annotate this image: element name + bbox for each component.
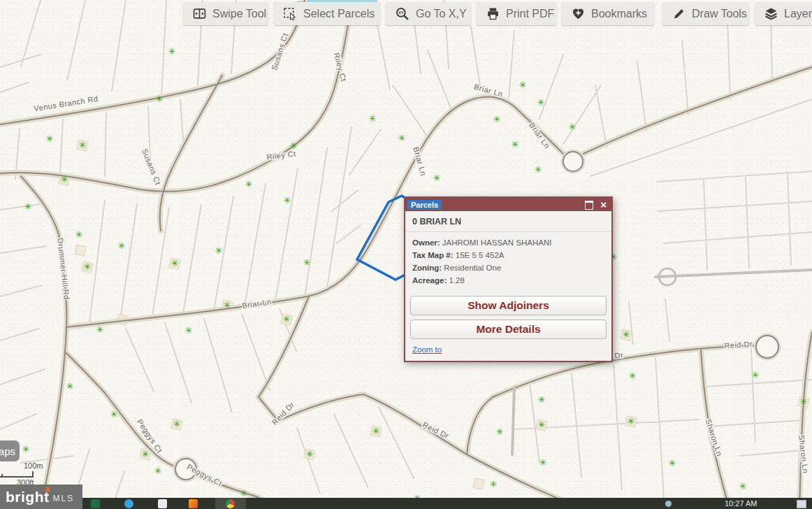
tree-icon: ✳ xyxy=(512,139,519,150)
bookmarks-button[interactable]: Bookmarks xyxy=(562,2,654,25)
taskbar-clock[interactable]: 10:27 AM xyxy=(725,499,757,508)
draw-tools-label: Draw Tools xyxy=(692,8,747,20)
field-taxmap-label: Tax Map #: xyxy=(412,251,454,259)
field-taxmap-value: 15E 5 5 452A xyxy=(456,251,505,259)
tree-icon: ✳ xyxy=(171,258,179,268)
tree-icon: ✳ xyxy=(118,241,126,251)
tree-icon: ✳ xyxy=(398,133,406,143)
tree-icon: ✳ xyxy=(245,179,253,189)
select-parcels-label: Select Parcels xyxy=(303,8,375,20)
pencil-icon xyxy=(672,7,686,20)
print-pdf-button[interactable]: Print PDF xyxy=(477,2,556,25)
tree-icon: ✳ xyxy=(22,444,30,454)
brand-suffix: MLS xyxy=(52,494,74,503)
tree-icon: ✳ xyxy=(240,488,248,499)
more-details-button[interactable]: More Details xyxy=(410,320,607,339)
minor-road xyxy=(655,270,812,277)
draw-tools-button[interactable]: Draw Tools xyxy=(662,2,749,25)
tree-icon: ✳ xyxy=(493,114,501,124)
maps-button-label: aps xyxy=(0,445,15,457)
windows-taskbar[interactable]: 10:27 AM xyxy=(0,498,812,509)
field-zoning: Zoning: Residential One xyxy=(412,264,604,272)
printer-icon xyxy=(486,7,500,20)
tree-icon: ✳ xyxy=(369,113,377,124)
goto-xy-button[interactable]: XY Go To X,Y xyxy=(386,2,471,25)
tree-icon: ✳ xyxy=(538,420,546,430)
swipe-tool-button[interactable]: Swipe Tool xyxy=(183,2,268,25)
building-pad xyxy=(75,245,87,257)
excel-taskbar-icon[interactable] xyxy=(91,499,100,508)
tree-icon: ✳ xyxy=(156,94,164,104)
goto-xy-label: Go To X,Y xyxy=(416,8,467,20)
tree-icon: ✳ xyxy=(185,325,193,336)
field-acreage: Acreage: 1.28 xyxy=(412,276,604,285)
chrome-taskbar-icon[interactable] xyxy=(226,499,235,508)
svg-text:XY: XY xyxy=(398,10,404,15)
tray-icon[interactable] xyxy=(665,501,672,507)
zoom-to-link[interactable]: Zoom to xyxy=(412,345,442,354)
layers-label: Layers xyxy=(784,8,812,20)
tree-icon: ✳ xyxy=(669,458,676,468)
field-acreage-value: 1.28 xyxy=(449,276,464,285)
tree-icon: ✳ xyxy=(800,396,808,407)
tree-icon: ✳ xyxy=(46,134,54,144)
tree-icon: ✳ xyxy=(173,419,181,429)
scale-bar: 100m 300ft xyxy=(0,461,43,487)
tree-icon: ✳ xyxy=(61,174,68,185)
tree-icon: ✳ xyxy=(110,409,118,420)
tree-icon: ✳ xyxy=(739,481,747,492)
parcels-popup: Parcels × 0 BRIAR LN Owner: JAHROMI HASS… xyxy=(404,196,613,362)
field-acreage-label: Acreage: xyxy=(412,276,447,285)
tree-icon: ✳ xyxy=(66,381,74,392)
tree-icon: ✳ xyxy=(24,201,32,212)
minor-road xyxy=(512,387,514,454)
road-label: Susans Ct xyxy=(140,148,163,187)
road-casing xyxy=(799,332,812,509)
swipe-tool-label: Swipe Tool xyxy=(212,8,266,20)
popup-titlebar[interactable]: Parcels × xyxy=(405,198,611,211)
tree-icon: ✳ xyxy=(752,370,760,380)
document-taskbar-icon[interactable] xyxy=(158,499,167,508)
print-pdf-label: Print PDF xyxy=(506,8,554,20)
tree-icon: ✳ xyxy=(372,426,380,436)
tree-icon: ✳ xyxy=(290,141,298,151)
field-zoning-value: Residential One xyxy=(444,264,501,272)
tray-flag-icon[interactable] xyxy=(797,500,806,508)
tree-icon: ✳ xyxy=(535,164,542,175)
layers-button[interactable]: Layers xyxy=(755,2,812,25)
internet-explorer-taskbar-icon[interactable] xyxy=(124,499,133,508)
tree-icon: ✳ xyxy=(569,122,577,132)
field-owner-label: Owner: xyxy=(412,238,440,247)
show-adjoiners-button[interactable]: Show Adjoiners xyxy=(410,296,607,315)
brand-star-icon: ✳ xyxy=(45,486,51,494)
active-app-tile[interactable] xyxy=(215,498,246,509)
scale-metric-label: 100m xyxy=(24,461,43,470)
parcel-address-heading: 0 BRIAR LN xyxy=(405,211,611,232)
field-owner-value: JAHROMI HASSAN SHAHANI xyxy=(442,238,552,247)
tree-icon: ✳ xyxy=(75,229,83,240)
tree-icon: ✳ xyxy=(623,329,630,340)
road-centerline xyxy=(66,353,184,468)
tree-icon: ✳ xyxy=(79,140,87,150)
brand-name: bright ✳ xyxy=(6,489,49,506)
popup-title: Parcels xyxy=(407,200,442,210)
road-casing xyxy=(21,176,66,509)
road-casing xyxy=(574,67,812,158)
tree-icon: ✳ xyxy=(224,300,231,310)
firefox-taskbar-icon[interactable] xyxy=(189,499,198,508)
tree-icon: ✳ xyxy=(538,394,546,405)
road-centerline xyxy=(21,176,66,509)
tree-icon: ✳ xyxy=(433,173,441,183)
bookmark-heart-icon xyxy=(572,7,585,20)
close-icon[interactable]: × xyxy=(600,198,607,211)
tree-icon: ✳ xyxy=(154,466,162,476)
tree-icon: ✳ xyxy=(537,97,545,108)
select-parcels-button[interactable]: Select Parcels xyxy=(274,2,380,25)
select-parcels-icon xyxy=(284,7,297,20)
maximize-icon[interactable] xyxy=(585,201,593,210)
tree-icon: ✳ xyxy=(490,479,498,489)
goto-xy-icon: XY xyxy=(396,7,409,21)
tree-icon: ✳ xyxy=(96,324,104,335)
maps-button[interactable]: aps xyxy=(0,440,20,461)
brand-logo: bright ✳ MLS xyxy=(0,485,82,509)
